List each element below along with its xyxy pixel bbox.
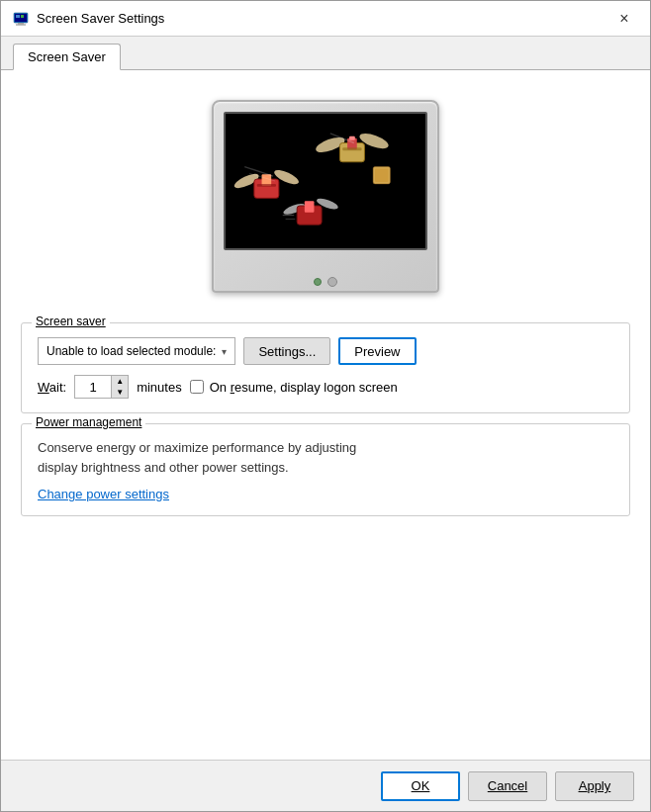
svg-rect-11 — [349, 136, 355, 140]
change-power-settings-link[interactable]: Change power settings — [38, 487, 169, 501]
tab-screen-saver[interactable]: Screen Saver — [13, 44, 121, 70]
screen-saver-label: Screen saver — [32, 315, 110, 328]
svg-rect-12 — [342, 147, 361, 150]
power-management-text: Conserve energy or maximize performance … — [38, 438, 613, 477]
title-bar: Screen Saver Settings × — [1, 1, 650, 37]
title-bar-icon — [13, 11, 29, 27]
title-bar-title: Screen Saver Settings — [37, 11, 164, 26]
dialog-body: Screen saver Unable to load selected mod… — [1, 70, 650, 760]
svg-rect-19 — [257, 184, 276, 187]
ok-button[interactable]: OK — [381, 771, 460, 801]
apply-button[interactable]: Apply — [555, 771, 634, 801]
title-bar-left: Screen Saver Settings — [13, 11, 164, 27]
svg-rect-5 — [21, 15, 24, 18]
wait-label: Wait: — [38, 380, 66, 395]
spinbox-up-button[interactable]: ▲ — [112, 376, 128, 387]
wait-input[interactable]: 1 — [75, 376, 111, 398]
cancel-button[interactable]: Cancel — [468, 771, 547, 801]
close-button[interactable]: × — [610, 8, 638, 30]
spinbox-buttons: ▲ ▼ — [111, 376, 128, 398]
monitor-screen — [224, 112, 427, 250]
settings-button[interactable]: Settings... — [243, 337, 330, 365]
screen-saver-dropdown[interactable]: Unable to load selected module: ▾ — [38, 337, 235, 365]
monitor-stand — [314, 277, 337, 287]
power-management-label: Power management — [32, 415, 145, 429]
wait-spinbox[interactable]: 1 ▲ ▼ — [74, 375, 129, 399]
screen-saver-box: Screen saver Unable to load selected mod… — [21, 322, 630, 413]
logon-screen-checkbox[interactable] — [190, 380, 204, 394]
spinbox-down-button[interactable]: ▼ — [112, 387, 128, 398]
preview-area — [1, 70, 650, 313]
apply-underline-label: Apply — [579, 778, 611, 793]
monitor-power-indicator — [314, 278, 322, 286]
dropdown-arrow-icon: ▾ — [222, 346, 227, 357]
monitor-frame — [212, 100, 439, 293]
minutes-label: minutes — [137, 380, 182, 395]
svg-rect-14 — [375, 168, 388, 181]
logon-screen-label: On resume, display logon screen — [210, 380, 398, 395]
wait-row: Wait: 1 ▲ ▼ minutes On resume, display l — [38, 375, 613, 399]
power-management-box: Power management Conserve energy or maxi… — [21, 423, 630, 516]
settings-section: Screen saver Unable to load selected mod… — [1, 313, 650, 760]
tab-bar: Screen Saver — [1, 37, 650, 70]
dialog-window: Screen Saver Settings × Screen Saver — [0, 0, 651, 812]
svg-rect-4 — [16, 15, 20, 18]
dialog-footer: OK Cancel Apply — [1, 760, 650, 811]
svg-rect-23 — [305, 201, 315, 213]
svg-rect-3 — [16, 24, 26, 25]
svg-rect-2 — [18, 23, 24, 25]
monitor-button-2 — [327, 277, 337, 287]
screen-saver-row: Unable to load selected module: ▾ Settin… — [38, 337, 613, 365]
preview-button[interactable]: Preview — [338, 337, 416, 365]
logon-screen-checkbox-container: On resume, display logon screen — [190, 380, 398, 395]
